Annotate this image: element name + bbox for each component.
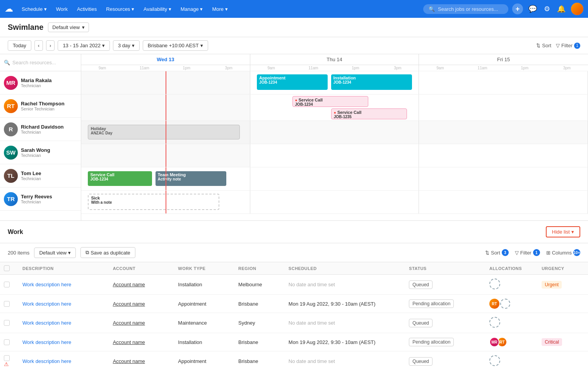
select-all-header[interactable]	[0, 262, 19, 275]
chevron-down-icon: ▾	[200, 43, 203, 48]
calendar-toolbar: Today ‹ › 13 - 15 Jan 2022 ▾ 3 day ▾ Bri…	[0, 37, 588, 54]
resource-panel: 🔍 Search resources... MR Maria Rakala Te…	[0, 54, 81, 220]
next-button[interactable]: ›	[46, 40, 55, 51]
nav-work[interactable]: Work	[52, 5, 72, 14]
nav-activities[interactable]: Activities	[73, 5, 101, 14]
period-selector[interactable]: 3 day ▾	[113, 40, 140, 51]
description-link[interactable]: Work description here	[22, 320, 71, 326]
event-sick[interactable]: Sick With a note	[88, 194, 219, 210]
row-checkbox[interactable]	[4, 339, 10, 345]
region-cell: Brisbane	[234, 351, 285, 368]
nav-resources[interactable]: Resources ▾	[102, 5, 138, 14]
resource-row: R Richard Davidson Technician	[0, 118, 81, 141]
row-checkbox-cell[interactable]	[0, 313, 19, 333]
prev-button[interactable]: ‹	[34, 40, 43, 51]
view-label: Default view	[52, 24, 80, 30]
description-cell: Work description here	[19, 333, 109, 351]
date-range-button[interactable]: 13 - 15 Jan 2022 ▾	[58, 40, 110, 51]
calendar-row-richard: Holiday ANZAC Day	[81, 121, 588, 144]
scheduled-cell: No date and time set	[285, 275, 405, 295]
description-link[interactable]: Work description here	[22, 282, 71, 287]
event-service-call-1235[interactable]: ● Service Call JOB-1235	[331, 108, 407, 119]
scheduled-cell: No date and time set	[285, 351, 405, 368]
bell-icon[interactable]: 🔔	[556, 3, 567, 15]
global-search[interactable]: 🔍	[423, 4, 508, 14]
account-link[interactable]: Account name	[113, 320, 145, 326]
region-value: Brisbane	[238, 301, 258, 307]
description-cell: Work description here	[19, 275, 109, 295]
resource-search-placeholder: Search resources...	[12, 60, 56, 65]
description-link[interactable]: Work description here	[22, 358, 71, 364]
chat-icon[interactable]: 💬	[527, 3, 538, 15]
row-checkbox[interactable]	[4, 282, 10, 287]
work-section-title: Work	[8, 229, 23, 236]
hide-list-button[interactable]: Hide list ▾	[546, 226, 580, 237]
event-holiday-anzac[interactable]: Holiday ANZAC Day	[88, 125, 239, 139]
user-avatar[interactable]	[571, 3, 583, 15]
view-selector[interactable]: Default view ▾	[48, 22, 89, 32]
worktype-cell: Maintenance	[174, 313, 234, 333]
columns-button[interactable]: ⊞ Columns 10+	[546, 249, 580, 256]
description-link[interactable]: Work description here	[22, 339, 71, 345]
row-checkbox-cell[interactable]	[0, 295, 19, 313]
chevron-down-icon: ▾	[82, 24, 85, 30]
account-link[interactable]: Account name	[113, 301, 145, 307]
timezone-selector[interactable]: Brisbane +10:00 AEST ▾	[143, 40, 208, 51]
row-checkbox-cell[interactable]: ⚠	[0, 351, 19, 368]
row-checkbox[interactable]	[4, 355, 10, 361]
resource-role: Technician	[21, 199, 52, 204]
allocation-avatar: MR	[489, 337, 499, 347]
add-button[interactable]: +	[512, 3, 523, 14]
app-logo[interactable]: ☁	[5, 4, 13, 14]
nav-availability[interactable]: Availability ▾	[140, 5, 175, 14]
work-sort-button[interactable]: ⇅ Sort 3	[485, 249, 509, 256]
nav-more[interactable]: More ▾	[208, 5, 231, 14]
work-toolbar-right: ⇅ Sort 3 ▽ Filter 1 ⊞ Columns 10+	[485, 249, 580, 256]
account-link[interactable]: Account name	[113, 339, 145, 345]
region-value: Sydney	[238, 320, 255, 326]
region-value: Melbourne	[238, 282, 262, 287]
status-badge: Queued	[409, 319, 432, 327]
worktype-value: Installation	[178, 282, 202, 287]
status-badge: Pending allocation	[409, 338, 454, 346]
account-cell: Account name	[109, 333, 174, 351]
event-service-call-1234[interactable]: ● Service Call JOB-1234	[292, 96, 368, 107]
calendar-sort-button[interactable]: ⇅ Sort	[536, 43, 551, 48]
search-input[interactable]	[438, 6, 503, 12]
resource-name: Sarah Wong	[21, 147, 50, 153]
row-checkbox-cell[interactable]	[0, 275, 19, 295]
event-installation-job1234[interactable]: Installation JOB-1234	[331, 74, 412, 90]
row-checkbox-cell[interactable]	[0, 333, 19, 351]
view-selector-work[interactable]: Default view ▾	[34, 248, 76, 258]
status-badge: Queued	[409, 280, 432, 289]
column-header-scheduled: SCHEDULED	[285, 262, 405, 275]
event-service-call-tom[interactable]: Service Call JOB-1234	[88, 171, 152, 186]
row-checkbox[interactable]	[4, 320, 10, 326]
calendar-filter-button[interactable]: ▽ Filter 1	[556, 43, 580, 49]
chevron-down-icon: ▾	[102, 43, 105, 48]
avatar: TL	[4, 169, 18, 183]
calendar-row-tom: Service Call JOB-1234 Team Meeting Activ…	[81, 167, 588, 191]
save-as-duplicate-button[interactable]: ⧉ Save as duplicate	[80, 247, 135, 258]
nav-schedule[interactable]: Schedule ▾	[18, 5, 51, 14]
allocations-cell	[485, 351, 538, 368]
account-link[interactable]: Account name	[113, 358, 145, 364]
description-link[interactable]: Work description here	[22, 301, 71, 307]
current-time-indicator	[166, 71, 166, 94]
select-all-checkbox[interactable]	[4, 265, 10, 271]
settings-icon[interactable]: ⚙	[542, 3, 552, 15]
worktype-cell: Appointment	[174, 295, 234, 313]
account-link[interactable]: Account name	[113, 282, 145, 287]
urgency-badge: Critical	[542, 338, 562, 346]
resource-search-bar[interactable]: 🔍 Search resources...	[0, 54, 81, 71]
today-button[interactable]: Today	[8, 40, 31, 51]
scheduled-value: Mon 19 Aug 2022, 9:30 - 10am (AEST)	[289, 339, 376, 345]
account-cell: Account name	[109, 313, 174, 333]
event-appointment-job1234[interactable]: Appointment JOB-1234	[257, 74, 328, 90]
urgency-cell	[538, 351, 588, 368]
row-checkbox[interactable]	[4, 301, 10, 307]
allocation-empty	[489, 317, 500, 328]
nav-manage[interactable]: Manage ▾	[177, 5, 207, 14]
work-filter-button[interactable]: ▽ Filter 1	[515, 249, 540, 256]
date-range-label: 13 - 15 Jan 2022	[63, 43, 101, 48]
